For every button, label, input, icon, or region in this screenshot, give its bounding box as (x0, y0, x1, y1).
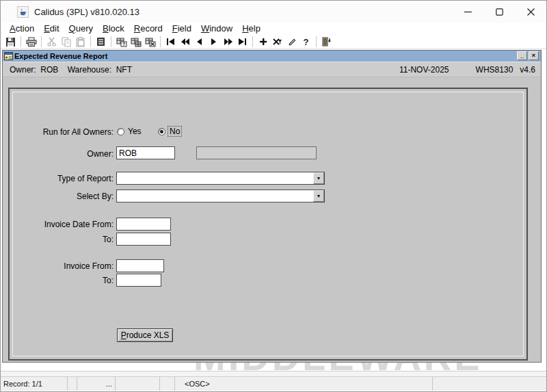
run-all-owners-yes-label[interactable]: Yes (128, 127, 142, 136)
enter-query-icon[interactable]: ? (114, 36, 129, 49)
header-owner-label: Owner: (10, 65, 36, 75)
mdi-client-area: MIDDLEWARE Expected Revenue Report _ × O… (1, 49, 547, 371)
invoice-to-label: To: (3, 276, 114, 285)
select-by-dropdown[interactable]: ▼ (116, 190, 325, 202)
invoice-date-to-label: To: (3, 235, 114, 244)
insert-record-icon[interactable] (256, 36, 270, 49)
toolbar: ? (1, 35, 546, 49)
header-warehouse-value: NFT (116, 65, 132, 75)
status-osc: <OSC> (175, 377, 433, 391)
window-controls (452, 1, 546, 23)
select-by-label: Select By: (3, 192, 114, 201)
cut-icon[interactable] (44, 36, 59, 49)
status-segment (433, 377, 546, 391)
window-title: Calidus (3PL) v810.020.13 (34, 7, 139, 17)
exit-icon[interactable] (319, 36, 334, 49)
invoice-to-input[interactable] (116, 274, 161, 287)
menu-block[interactable]: Block (98, 23, 129, 35)
menu-record[interactable]: Record (129, 23, 168, 35)
toolbar-separator (316, 36, 317, 47)
previous-record-icon[interactable] (192, 36, 206, 49)
help-icon[interactable]: ? (299, 36, 313, 49)
form-window-title: Expected Revenue Report (14, 52, 107, 60)
header-date: 11-NOV-2025 (399, 65, 449, 75)
next-block-icon[interactable] (221, 36, 235, 49)
form-titlebar[interactable]: Expected Revenue Report _ × (3, 51, 541, 62)
invoice-date-from-input[interactable] (116, 218, 171, 231)
execute-query-icon[interactable] (129, 36, 143, 49)
menu-bar: Action Edit Query Block Record Field Win… (1, 23, 546, 35)
previous-block-icon[interactable] (178, 36, 192, 49)
invoice-date-to-input[interactable] (116, 233, 171, 246)
minimize-button[interactable] (452, 1, 483, 23)
status-bar: Record: 1/1 ... <OSC> (1, 376, 546, 391)
type-of-report-dropdown-arrow[interactable]: ▼ (313, 172, 324, 184)
menu-query[interactable]: Query (64, 23, 98, 35)
toolbar-separator (21, 36, 21, 47)
menu-window[interactable]: Window (196, 23, 237, 35)
owner-label: Owner: (3, 149, 114, 159)
produce-xls-button[interactable]: Produce XLS (117, 328, 173, 342)
print-icon[interactable] (24, 36, 38, 49)
menu-help[interactable]: Help (237, 23, 265, 35)
menu-action[interactable]: Action (5, 23, 39, 35)
run-all-owners-no-radio[interactable] (158, 128, 165, 135)
cancel-query-icon[interactable] (143, 36, 157, 49)
invoice-from-input[interactable] (116, 259, 164, 272)
lock-record-icon[interactable] (284, 36, 299, 49)
java-app-icon (17, 6, 29, 18)
maximize-button[interactable] (483, 1, 515, 23)
copy-icon[interactable] (59, 36, 73, 49)
status-segment (160, 377, 175, 391)
toolbar-separator (41, 36, 42, 47)
form-window-controls: _ × (517, 51, 539, 60)
svg-text:?: ? (303, 37, 308, 47)
header-owner-value: ROB (40, 65, 58, 75)
select-by-dropdown-arrow[interactable]: ▼ (313, 190, 324, 202)
type-of-report-dropdown[interactable]: ▼ (116, 172, 325, 185)
run-all-owners-no-label[interactable]: No (168, 126, 182, 137)
close-icon (527, 8, 535, 16)
form-window: Expected Revenue Report _ × Owner: ROB W… (2, 50, 542, 363)
status-segment (68, 377, 77, 391)
minimize-icon (464, 8, 472, 16)
form-close-button[interactable]: × (529, 51, 539, 60)
form-header: Owner: ROB Warehouse: NFT 11-NOV-2025 WH… (3, 62, 541, 77)
toolbar-separator (160, 36, 161, 47)
application-window: Calidus (3PL) v810.020.13 Action Edit Qu… (0, 0, 547, 392)
form-window-icon (4, 52, 13, 60)
maximize-icon (496, 8, 503, 16)
last-record-icon[interactable] (235, 36, 250, 49)
header-program-id: WHS8130 (476, 65, 513, 75)
block-menu-icon[interactable] (94, 36, 108, 49)
invoice-date-from-label: Invoice Date From: (3, 220, 114, 229)
status-segment (116, 377, 160, 391)
run-all-owners-yes-radio[interactable] (117, 128, 124, 135)
next-record-icon[interactable] (206, 36, 221, 49)
status-ellipsis: ... (77, 377, 116, 391)
menu-field[interactable]: Field (168, 23, 196, 35)
close-button[interactable] (515, 1, 546, 23)
svg-text:?: ? (122, 42, 125, 47)
header-program-version: v4.6 (520, 65, 535, 75)
toolbar-separator (90, 36, 91, 47)
header-program: WHS8130 v4.6 (476, 65, 535, 75)
form-header-owner-warehouse: Owner: ROB Warehouse: NFT (10, 65, 132, 75)
status-record-count: Record: 1/1 (1, 377, 68, 391)
window-titlebar: Calidus (3PL) v810.020.13 (1, 1, 546, 23)
menu-edit[interactable]: Edit (39, 23, 64, 35)
form-canvas: Run for All Owners: Yes No Owner: Type o… (3, 78, 541, 362)
owner-name-readonly-field (196, 146, 317, 159)
save-icon[interactable] (3, 36, 18, 49)
paste-icon[interactable] (73, 36, 88, 49)
delete-record-icon[interactable] (270, 36, 284, 49)
run-for-all-owners-label: Run for All Owners: (3, 127, 114, 137)
owner-input[interactable] (116, 146, 175, 159)
header-warehouse-label: Warehouse: (68, 65, 111, 75)
toolbar-separator (111, 36, 111, 47)
message-line (1, 371, 546, 376)
invoice-from-label: Invoice From: (3, 261, 114, 271)
toolbar-separator (252, 36, 253, 47)
first-record-icon[interactable] (163, 36, 178, 49)
form-minimize-button[interactable]: _ (517, 51, 527, 60)
